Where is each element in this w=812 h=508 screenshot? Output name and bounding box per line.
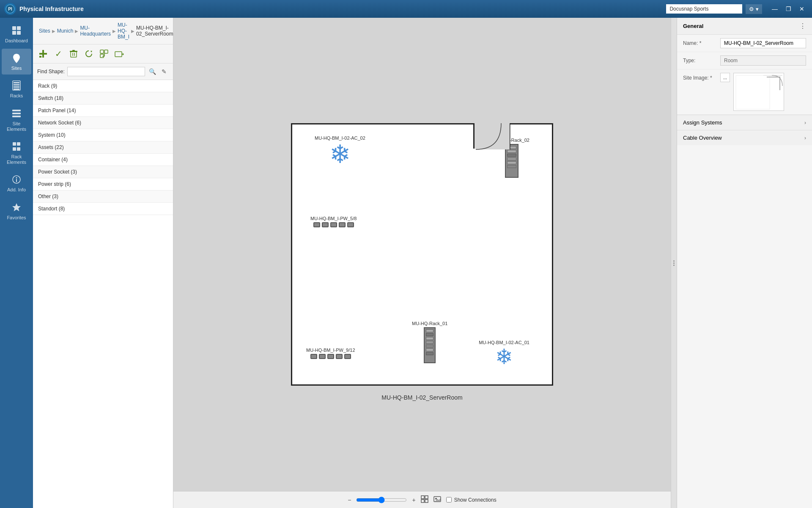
canvas-area[interactable]: MU-HQ-BM_I-02-AC_02 ❄ MU-HQ-Rack_02	[173, 18, 671, 491]
dashboard-label: Dashboard	[5, 38, 28, 44]
svg-marker-39	[123, 53, 124, 55]
device-ac01[interactable]: MU-HQ-BM_I-02-AC_01 ❄	[477, 340, 531, 367]
cable-overview-section[interactable]: Cable Overview ›	[677, 130, 812, 145]
shape-item[interactable]: Patch Panel (14)	[33, 105, 173, 117]
sidebar-item-rack-elements[interactable]: Rack Elements	[2, 137, 31, 168]
rack-elements-icon	[11, 141, 22, 152]
name-field-label: Name: *	[683, 38, 717, 46]
cable-overview-header[interactable]: Cable Overview ›	[677, 130, 812, 145]
svg-rect-33	[104, 50, 108, 53]
show-connections-text: Show Connections	[454, 497, 497, 503]
rack01-icon	[424, 327, 436, 363]
device-pw58[interactable]: MU-HQ-BM_I-PW_5/8	[309, 215, 358, 227]
device-ac01-label: MU-HQ-BM_I-02-AC_01	[477, 340, 531, 345]
breadcrumb-munich[interactable]: Munich	[57, 28, 74, 34]
shape-item[interactable]: Rack (9)	[33, 80, 173, 92]
device-pw912[interactable]: MU-HQ-BM_I-PW_9/12	[305, 347, 357, 359]
svg-rect-34	[100, 54, 104, 58]
snowflake-ac01-icon: ❄	[495, 346, 513, 367]
site-image-browse-button[interactable]: ...	[720, 73, 730, 82]
svg-rect-18	[17, 147, 20, 151]
confirm-button[interactable]: ✓	[52, 48, 64, 60]
svg-marker-31	[91, 51, 92, 52]
minimize-button[interactable]: —	[769, 3, 781, 15]
racks-icon	[11, 80, 22, 91]
svg-rect-8	[14, 82, 19, 83]
breadcrumb-headquarters[interactable]: MU-Headquarters	[80, 25, 111, 37]
shape-item[interactable]: Power Socket (3)	[33, 166, 173, 178]
find-shape-label: Find Shape:	[37, 69, 65, 75]
breadcrumb-bm-i[interactable]: MU-HQ-BM_I	[118, 22, 129, 40]
sites-icon	[11, 52, 22, 64]
shape-item[interactable]: Assets (22)	[33, 141, 173, 154]
sidebar-item-racks[interactable]: Racks	[2, 76, 31, 102]
site-elements-label: Site Elements	[3, 121, 30, 132]
delete-button[interactable]	[68, 48, 80, 60]
app-icon: PI	[4, 3, 16, 15]
shape-item[interactable]: Standort (8)	[33, 203, 173, 215]
right-panel-menu-button[interactable]: ⋮	[799, 22, 806, 30]
shape-item[interactable]: Network Socket (6)	[33, 117, 173, 129]
power-strip-pw58-icon	[313, 222, 354, 227]
site-image-field-value: ...	[720, 73, 806, 111]
sidebar-item-site-elements[interactable]: Site Elements	[2, 104, 31, 135]
dashboard-icon	[11, 25, 22, 36]
svg-rect-3	[17, 26, 21, 30]
find-search-button[interactable]: 🔍	[148, 67, 157, 76]
find-edit-button[interactable]: ✎	[159, 67, 169, 76]
right-panel: General ⋮ Name: * Type: Site Image: * ..…	[677, 18, 812, 508]
svg-rect-45	[425, 496, 428, 499]
breadcrumb-sites[interactable]: Sites	[39, 28, 50, 34]
zoom-out-button[interactable]: −	[348, 497, 351, 503]
shape-item[interactable]: Switch (18)	[33, 92, 173, 105]
svg-rect-50	[734, 73, 784, 111]
svg-rect-15	[13, 142, 16, 146]
breadcrumb-sep-1: ▶	[52, 29, 55, 33]
sidebar-item-favorites[interactable]: Favorites	[2, 198, 31, 224]
device-pw58-label: MU-HQ-BM_I-PW_5/8	[309, 215, 358, 221]
find-shape-input[interactable]	[67, 67, 145, 76]
svg-rect-5	[17, 31, 21, 35]
sidebar-item-dashboard[interactable]: Dashboard	[2, 21, 31, 47]
sidebar-item-sites[interactable]: Sites	[2, 49, 31, 75]
svg-rect-11	[14, 88, 19, 90]
toolbar: ✓	[33, 44, 173, 64]
search-input[interactable]	[666, 4, 742, 14]
show-connections-checkbox[interactable]	[446, 497, 452, 502]
shape-item[interactable]: Power strip (6)	[33, 178, 173, 190]
fit-screen-button[interactable]	[421, 495, 428, 505]
cable-overview-label: Cable Overview	[683, 135, 722, 141]
find-shape-row: Find Shape: 🔍 ✎	[33, 64, 173, 80]
add-info-label: Add. Info	[7, 187, 26, 193]
device-ac02[interactable]: MU-HQ-BM_I-02-AC_02 ❄	[313, 135, 367, 167]
svg-marker-22	[12, 203, 21, 211]
name-input[interactable]	[720, 38, 806, 48]
svg-rect-32	[100, 50, 104, 53]
svg-point-20	[16, 177, 17, 179]
svg-rect-17	[13, 147, 16, 151]
svg-rect-42	[476, 123, 510, 149]
export-image-button[interactable]	[433, 495, 441, 505]
collapse-handle[interactable]	[671, 18, 677, 508]
shape-item[interactable]: System (10)	[33, 129, 173, 141]
device-rack01[interactable]: MU-HQ-Rack_01	[411, 320, 449, 363]
shape-item[interactable]: Other (3)	[33, 190, 173, 203]
reset-button[interactable]	[83, 48, 95, 60]
breadcrumb-sep-3: ▶	[112, 29, 116, 33]
handle-dot-2	[673, 262, 675, 264]
zoom-slider[interactable]	[356, 497, 407, 503]
add-button[interactable]	[37, 48, 49, 60]
sidebar-item-add-info[interactable]: Add. Info	[2, 170, 31, 196]
gear-button[interactable]: ⚙ ▾	[746, 4, 762, 14]
diagram-button[interactable]	[98, 48, 110, 60]
assign-systems-section[interactable]: Assign Systems ›	[677, 115, 812, 130]
maximize-button[interactable]: ❐	[782, 3, 794, 15]
shape-item[interactable]: Container (4)	[33, 154, 173, 166]
room-diagram[interactable]: MU-HQ-BM_I-02-AC_02 ❄ MU-HQ-Rack_02	[291, 123, 553, 386]
export-button[interactable]	[113, 48, 125, 60]
zoom-in-button[interactable]: +	[412, 497, 415, 503]
site-image-field-label: Site Image: *	[683, 73, 717, 81]
assign-systems-header[interactable]: Assign Systems ›	[677, 115, 812, 130]
zoom-bar: − + Show Connections	[173, 491, 671, 508]
close-button[interactable]: ✕	[796, 3, 808, 15]
